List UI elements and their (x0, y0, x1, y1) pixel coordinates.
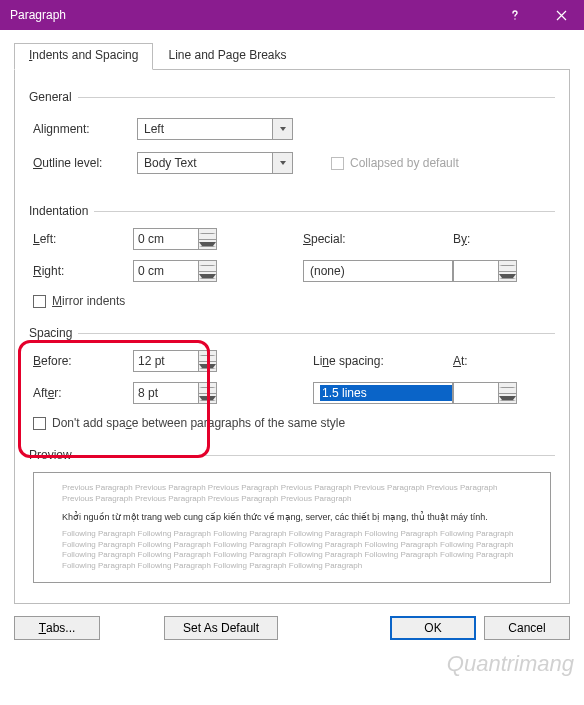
window-title: Paragraph (10, 8, 66, 22)
label-by: By: (453, 232, 533, 246)
close-button[interactable] (538, 0, 584, 30)
arrow-up-icon (199, 229, 216, 240)
set-default-button[interactable]: Set As Default (164, 616, 278, 640)
mirror-indents-checkbox[interactable]: Mirror indents (33, 294, 551, 308)
tab-strip: Indents and Spacing Line and Page Breaks (14, 42, 570, 70)
label-before: Before: (33, 354, 133, 368)
legend-preview: Preview (29, 448, 78, 462)
special-select[interactable]: (none) (303, 260, 473, 282)
label-after: After: (33, 386, 133, 400)
preview-box: Previous Paragraph Previous Paragraph Pr… (33, 472, 551, 583)
alignment-select[interactable]: Left (137, 118, 293, 140)
collapsed-checkbox: Collapsed by default (331, 156, 459, 170)
tab-line-page-breaks[interactable]: Line and Page Breaks (153, 43, 301, 70)
dont-add-space-checkbox[interactable]: Don't add space between paragraphs of th… (33, 416, 551, 430)
label-at: At: (453, 354, 533, 368)
button-row: Tabs... Set As Default OK Cancel (14, 616, 570, 640)
chevron-down-icon[interactable] (272, 153, 292, 173)
group-indentation: Indentation Left: 0 cm Special: By: Righ… (29, 204, 555, 312)
after-spinner[interactable]: 8 pt (133, 382, 217, 404)
label-line-spacing: Line spacing: (313, 354, 433, 368)
before-spinner[interactable]: 12 pt (133, 350, 217, 372)
paragraph-dialog: Paragraph Indents and Spacing Line and P… (0, 0, 584, 705)
label-right: Right: (33, 264, 133, 278)
label-special: Special: (303, 232, 423, 246)
legend-spacing: Spacing (29, 326, 78, 340)
chevron-down-icon[interactable] (272, 119, 292, 139)
indent-left-spinner[interactable]: 0 cm (133, 228, 217, 250)
tabs-button[interactable]: Tabs... (14, 616, 100, 640)
indent-right-spinner[interactable]: 0 cm (133, 260, 217, 282)
label-left: Left: (33, 232, 133, 246)
tab-body: General Alignment: Left Outline level: B… (14, 70, 570, 604)
cancel-button[interactable]: Cancel (484, 616, 570, 640)
preview-following: Following Paragraph Following Paragraph … (62, 529, 522, 572)
by-spinner[interactable] (453, 260, 517, 282)
line-spacing-select[interactable]: 1.5 lines (313, 382, 473, 404)
tab-indents-spacing[interactable]: Indents and Spacing (14, 43, 153, 70)
title-bar: Paragraph (0, 0, 584, 30)
legend-indentation: Indentation (29, 204, 94, 218)
preview-main: Khởi nguồn từ một trang web cung cấp kiế… (62, 511, 522, 523)
group-spacing: Spacing Before: 12 pt Line spacing: At: … (29, 326, 555, 434)
at-spinner[interactable] (453, 382, 517, 404)
label-outline-level: Outline level: (33, 156, 127, 170)
ok-button[interactable]: OK (390, 616, 476, 640)
outline-level-select[interactable]: Body Text (137, 152, 293, 174)
label-alignment: Alignment: (33, 122, 127, 136)
arrow-down-icon (199, 240, 216, 250)
help-button[interactable] (492, 0, 538, 30)
preview-previous: Previous Paragraph Previous Paragraph Pr… (62, 483, 522, 505)
group-preview: Preview Previous Paragraph Previous Para… (29, 448, 555, 587)
legend-general: General (29, 90, 78, 104)
group-general: General Alignment: Left Outline level: B… (29, 90, 555, 190)
